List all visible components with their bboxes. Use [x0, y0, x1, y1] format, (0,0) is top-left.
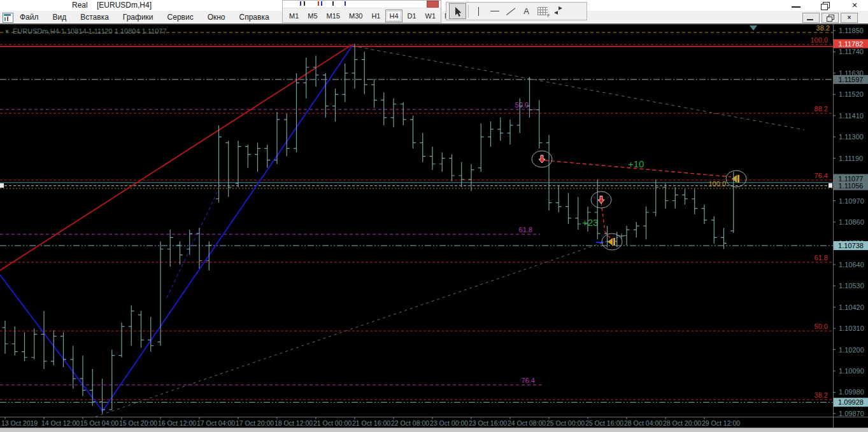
time-axis-label: 29 Oct 12:00: [702, 419, 740, 427]
menu-item-6[interactable]: Справка: [232, 11, 276, 24]
menu-item-5[interactable]: Окно: [201, 11, 232, 24]
price-axis-label: 1.09870: [839, 410, 864, 417]
menu-items: ФайлВидВставкаГрафикиСервисОкноСправка: [13, 11, 276, 24]
restore-icon[interactable]: [816, 1, 835, 10]
time-axis-label: 21 Oct 00:00: [313, 419, 352, 427]
price-chart-canvas[interactable]: 38.2100.050.088.276.4100.061.861.850.076…: [0, 0, 868, 432]
price-axis-label: 1.10970: [839, 197, 864, 205]
menu-item-1[interactable]: Вид: [46, 11, 74, 24]
time-axis-label: 22 Oct 08:00: [391, 419, 429, 427]
price-badge-label: 1.09928: [838, 398, 864, 406]
fib-level-label: 38.2: [815, 391, 828, 399]
close-icon[interactable]: ×: [845, 1, 864, 10]
time-axis-label: 23 Oct 16:00: [469, 419, 507, 427]
price-axis-label: 1.11740: [839, 48, 864, 55]
fib-level-label: 76.4: [522, 377, 535, 384]
time-axis-label: 17 Oct 20:00: [236, 419, 274, 427]
time-axis-label: 28 Oct 20:00: [663, 419, 701, 427]
timeframe-button-M5[interactable]: M5: [304, 10, 321, 22]
price-badge-label: 1.11077: [839, 175, 864, 183]
time-axis-label: 21 Oct 16:00: [352, 419, 390, 427]
current-price-square: [829, 183, 832, 188]
chart-close-icon[interactable]: ×: [841, 13, 858, 23]
timeframe-button-D1[interactable]: D1: [404, 10, 420, 22]
fib-level-label: 61.8: [519, 226, 532, 233]
price-badge-label: 1.11597: [839, 76, 864, 83]
fib-level-label: 88.2: [815, 105, 828, 113]
menu-item-0[interactable]: Файл: [13, 11, 46, 24]
text-icon[interactable]: A: [518, 4, 534, 18]
mt4-window: 38.2100.050.088.276.4100.061.861.850.076…: [0, 0, 868, 432]
fib-level-label: 100.0: [810, 36, 828, 44]
price-axis-label: 1.11520: [839, 90, 864, 98]
time-axis-label: 23 Oct 00:00: [430, 419, 468, 427]
price-axis-label: 1.10860: [839, 218, 864, 226]
toolbar-close-icon[interactable]: [427, 1, 439, 8]
price-axis-label: 1.09980: [839, 388, 864, 396]
chart-title-ohlc: EURUSDm,H4 1.10814 1.11120 1.10804 1.110…: [13, 27, 167, 35]
current-price-square: [0, 183, 4, 188]
partial-toolbar: [283, 1, 441, 8]
fib-level-label: 61.8: [815, 254, 828, 261]
menu-item-4[interactable]: Сервис: [160, 11, 201, 24]
time-axis-label: 16 Oct 12:00: [158, 419, 196, 427]
menu-item-2[interactable]: Вставка: [73, 11, 116, 24]
time-axis-label: 25 Oct 00:00: [546, 419, 585, 427]
price-axis-label: 1.10530: [839, 282, 864, 289]
account-label: Real: [72, 1, 88, 10]
price-axis-label: 1.10310: [839, 324, 864, 332]
menu-item-3[interactable]: Графики: [116, 11, 160, 24]
time-axis-label: 25 Oct 16:00: [585, 419, 623, 427]
chart-restore-icon[interactable]: [822, 13, 839, 23]
fib-level-label: 50.0: [515, 101, 529, 109]
profit-annotation: +23: [582, 217, 598, 228]
time-axis-label: 15 Oct 04:00: [80, 419, 118, 427]
timeframe-button-M30[interactable]: M30: [345, 10, 366, 22]
timeframe-button-W1[interactable]: W1: [422, 10, 440, 22]
status-strip: [0, 428, 868, 432]
fibonacci-icon[interactable]: F: [534, 4, 550, 18]
line-studies-toolbar: AF: [446, 2, 587, 20]
time-axis-label: 17 Oct 04:00: [197, 419, 235, 427]
timeframe-button-M1[interactable]: M1: [285, 10, 302, 22]
price-axis-label: 1.10420: [839, 303, 864, 311]
time-axis-label: 13 Oct 2019: [1, 419, 38, 427]
cursor-icon[interactable]: [449, 3, 466, 19]
chart-minimize-icon[interactable]: [802, 13, 820, 23]
crosshair-icon[interactable]: [471, 4, 487, 18]
window-title: [EURUSDm,H4]: [97, 1, 152, 10]
price-axis-label: 1.10090: [839, 367, 864, 375]
toolbar-separator: [468, 5, 469, 18]
price-badge-label: 1.10738: [838, 242, 864, 249]
periods-toolbar: M1M5M15M30H1H4D1W1MN: [282, 0, 441, 23]
fib-level-label: 50.0: [815, 323, 828, 330]
arrows-icon[interactable]: [550, 4, 566, 18]
price-axis-label: 1.11410: [839, 112, 864, 120]
horizontal-line-icon[interactable]: [487, 4, 502, 18]
time-axis-label: 18 Oct 12:00: [274, 419, 313, 427]
time-axis-label: 15 Oct 20:00: [119, 419, 157, 427]
timeframe-buttons: M1M5M15M30H1H4D1W1MN: [283, 8, 441, 24]
price-axis-label: 1.11300: [839, 133, 864, 141]
price-axis-label: 1.10200: [839, 346, 864, 354]
price-axis-label: 1.11850: [839, 27, 864, 34]
price-badge-label: 1.11782: [839, 40, 864, 48]
fib-level-label: 38.2: [816, 24, 830, 32]
profit-annotation: +10: [628, 158, 644, 169]
time-axis-label: 14 Oct 12:00: [41, 419, 80, 427]
fib-level-label: 76.4: [815, 172, 828, 179]
timeframe-button-H1[interactable]: H1: [367, 10, 384, 22]
price-badge-label: 1.11056: [839, 182, 864, 190]
trendline-icon[interactable]: [502, 4, 518, 18]
timeframe-button-M15[interactable]: M15: [323, 10, 344, 22]
fib-level-label: 100.0: [708, 180, 726, 188]
time-axis-label: 24 Oct 08:00: [508, 419, 546, 427]
time-axis-label: 28 Oct 04:00: [624, 419, 662, 427]
minimize-icon[interactable]: [786, 1, 806, 10]
price-axis-label: 1.11190: [839, 155, 863, 162]
chart-window-icon: [3, 13, 13, 23]
timeframe-button-H4[interactable]: H4: [385, 10, 402, 22]
chart-title-marker: ▼: [4, 29, 10, 34]
price-axis-label: 1.10640: [839, 261, 864, 268]
mdi-controls: ×: [802, 13, 858, 23]
